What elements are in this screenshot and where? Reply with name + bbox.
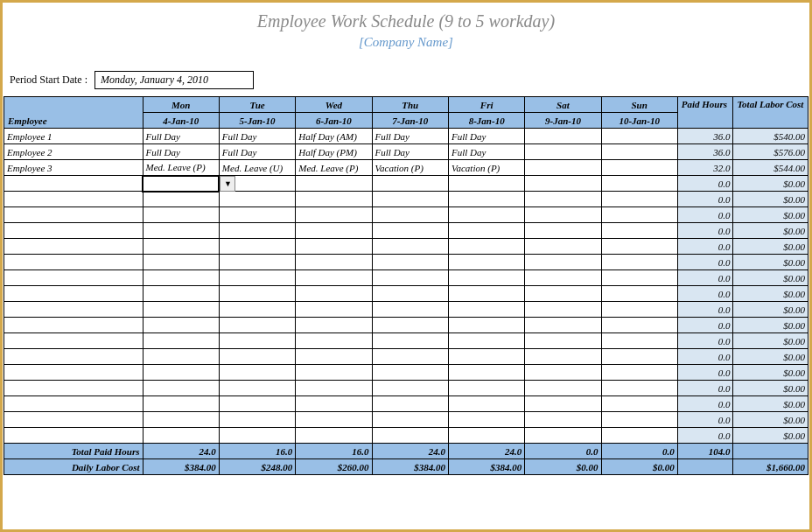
schedule-cell[interactable] (143, 428, 219, 444)
schedule-cell[interactable] (601, 302, 677, 318)
schedule-cell[interactable]: Half Day (PM) (296, 144, 372, 160)
schedule-cell[interactable] (448, 286, 524, 302)
schedule-cell[interactable] (448, 412, 524, 428)
schedule-cell[interactable] (525, 412, 601, 428)
schedule-cell[interactable] (219, 192, 295, 207)
schedule-cell[interactable] (601, 349, 677, 365)
schedule-cell[interactable] (143, 192, 219, 207)
schedule-cell[interactable]: Full Day (219, 144, 295, 160)
employee-cell[interactable] (4, 333, 144, 349)
employee-cell[interactable] (4, 412, 144, 428)
schedule-cell[interactable] (219, 270, 295, 286)
schedule-cell[interactable] (601, 412, 677, 428)
schedule-cell[interactable] (372, 286, 448, 302)
schedule-cell[interactable]: Full Day (143, 129, 219, 144)
schedule-cell[interactable] (219, 318, 295, 333)
employee-cell[interactable] (4, 365, 144, 381)
schedule-cell[interactable] (372, 239, 448, 255)
schedule-cell[interactable] (601, 396, 677, 412)
schedule-cell[interactable] (372, 349, 448, 365)
schedule-cell[interactable] (296, 428, 372, 444)
schedule-cell[interactable] (296, 207, 372, 223)
schedule-cell[interactable] (601, 192, 677, 207)
schedule-cell[interactable] (143, 302, 219, 318)
schedule-cell[interactable] (525, 223, 601, 239)
schedule-cell[interactable] (219, 349, 295, 365)
employee-cell[interactable]: Employee 1 (4, 129, 144, 144)
schedule-cell[interactable] (296, 302, 372, 318)
schedule-cell[interactable] (525, 144, 601, 160)
schedule-cell[interactable] (601, 333, 677, 349)
schedule-cell[interactable] (372, 223, 448, 239)
schedule-cell[interactable]: Full Day (143, 144, 219, 160)
schedule-cell[interactable] (601, 160, 677, 176)
schedule-cell[interactable] (296, 223, 372, 239)
schedule-cell[interactable]: ▼ (143, 176, 219, 192)
schedule-cell[interactable] (448, 318, 524, 333)
schedule-cell[interactable] (601, 286, 677, 302)
schedule-cell[interactable] (296, 349, 372, 365)
schedule-cell[interactable] (219, 302, 295, 318)
schedule-cell[interactable] (219, 223, 295, 239)
schedule-cell[interactable] (296, 192, 372, 207)
schedule-cell[interactable] (448, 349, 524, 365)
schedule-cell[interactable] (601, 239, 677, 255)
schedule-cell[interactable] (525, 239, 601, 255)
schedule-cell[interactable] (525, 286, 601, 302)
schedule-cell[interactable] (525, 192, 601, 207)
schedule-cell[interactable] (525, 349, 601, 365)
period-start-input[interactable] (94, 71, 254, 89)
schedule-cell[interactable] (525, 381, 601, 396)
schedule-cell[interactable] (448, 302, 524, 318)
schedule-cell[interactable] (448, 381, 524, 396)
schedule-cell[interactable] (525, 270, 601, 286)
schedule-cell[interactable] (372, 333, 448, 349)
schedule-cell[interactable] (525, 365, 601, 381)
employee-cell[interactable]: Employee 2 (4, 144, 144, 160)
schedule-cell[interactable] (372, 192, 448, 207)
schedule-cell[interactable] (296, 412, 372, 428)
schedule-cell[interactable]: Vacation (P) (448, 160, 524, 176)
schedule-cell[interactable] (219, 286, 295, 302)
schedule-cell[interactable] (601, 223, 677, 239)
schedule-cell[interactable] (143, 255, 219, 270)
schedule-cell[interactable]: Med. Leave (P) (143, 160, 219, 176)
schedule-cell[interactable] (143, 349, 219, 365)
schedule-cell[interactable] (601, 428, 677, 444)
schedule-cell[interactable] (143, 239, 219, 255)
schedule-cell[interactable] (372, 365, 448, 381)
schedule-cell[interactable] (448, 223, 524, 239)
schedule-cell[interactable] (601, 207, 677, 223)
schedule-cell[interactable] (372, 255, 448, 270)
schedule-cell[interactable] (448, 207, 524, 223)
schedule-cell[interactable] (525, 176, 601, 192)
schedule-cell[interactable] (601, 144, 677, 160)
employee-cell[interactable] (4, 239, 144, 255)
schedule-cell[interactable]: Full Day (372, 144, 448, 160)
schedule-cell[interactable] (219, 207, 295, 223)
schedule-cell[interactable] (143, 270, 219, 286)
schedule-cell[interactable]: Vacation (P) (372, 160, 448, 176)
schedule-cell[interactable] (219, 333, 295, 349)
employee-cell[interactable] (4, 270, 144, 286)
schedule-cell[interactable] (448, 333, 524, 349)
schedule-cell[interactable] (448, 270, 524, 286)
schedule-cell[interactable] (143, 333, 219, 349)
schedule-cell[interactable] (525, 129, 601, 144)
schedule-cell[interactable] (219, 239, 295, 255)
schedule-cell[interactable] (143, 381, 219, 396)
schedule-cell[interactable] (143, 412, 219, 428)
employee-cell[interactable] (4, 192, 144, 207)
schedule-cell[interactable] (601, 129, 677, 144)
schedule-cell[interactable] (372, 176, 448, 192)
schedule-cell[interactable] (372, 381, 448, 396)
schedule-cell[interactable] (448, 428, 524, 444)
schedule-cell[interactable] (601, 381, 677, 396)
schedule-cell[interactable] (296, 396, 372, 412)
schedule-cell[interactable] (601, 255, 677, 270)
schedule-cell[interactable] (296, 270, 372, 286)
schedule-cell[interactable] (296, 239, 372, 255)
employee-cell[interactable] (4, 286, 144, 302)
schedule-cell[interactable] (143, 396, 219, 412)
employee-cell[interactable] (4, 381, 144, 396)
